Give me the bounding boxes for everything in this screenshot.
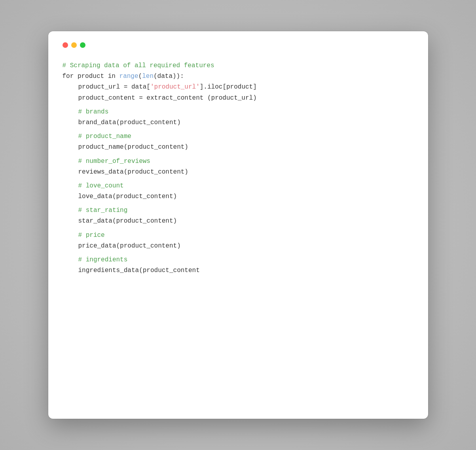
spacer-6	[63, 227, 414, 230]
code-block: # Scraping data of all required features…	[63, 61, 414, 276]
for-loop-line: for product in range(len(data)):	[63, 71, 414, 82]
title-bar	[63, 42, 414, 48]
comment-ingredients: # ingredients	[63, 255, 414, 265]
comment-price: # price	[63, 230, 414, 241]
comment-reviews: # number_of_reviews	[63, 156, 414, 167]
comment-star: # star_rating	[63, 205, 414, 216]
spacer-2	[63, 128, 414, 131]
product-content-line: product_content = extract_content (produ…	[63, 93, 414, 104]
close-button[interactable]	[63, 42, 68, 48]
ingredients-data-line: ingredients_data(product_content	[63, 265, 414, 276]
spacer-1	[63, 104, 414, 107]
love-data-line: love_data(product_content)	[63, 191, 414, 202]
code-window: # Scraping data of all required features…	[48, 31, 428, 419]
spacer-4	[63, 178, 414, 181]
brand-data-line: brand_data(product_content)	[63, 117, 414, 128]
star-data-line: star_data(product_content)	[63, 216, 414, 227]
product-name-line: product_name(product_content)	[63, 142, 414, 153]
reviews-data-line: reviews_data(product_content)	[63, 167, 414, 178]
spacer-3	[63, 153, 414, 156]
spacer-7	[63, 251, 414, 255]
comment-brands: # brands	[63, 107, 414, 117]
spacer-5	[63, 202, 414, 205]
minimize-button[interactable]	[71, 42, 77, 48]
maximize-button[interactable]	[80, 42, 85, 48]
product-url-line: product_url = data['product_url'].iloc[p…	[63, 82, 414, 93]
comment-line-1: # Scraping data of all required features	[63, 61, 414, 71]
comment-love: # love_count	[63, 181, 414, 191]
comment-product-name: # product_name	[63, 131, 414, 142]
price-data-line: price_data(product_content)	[63, 241, 414, 251]
